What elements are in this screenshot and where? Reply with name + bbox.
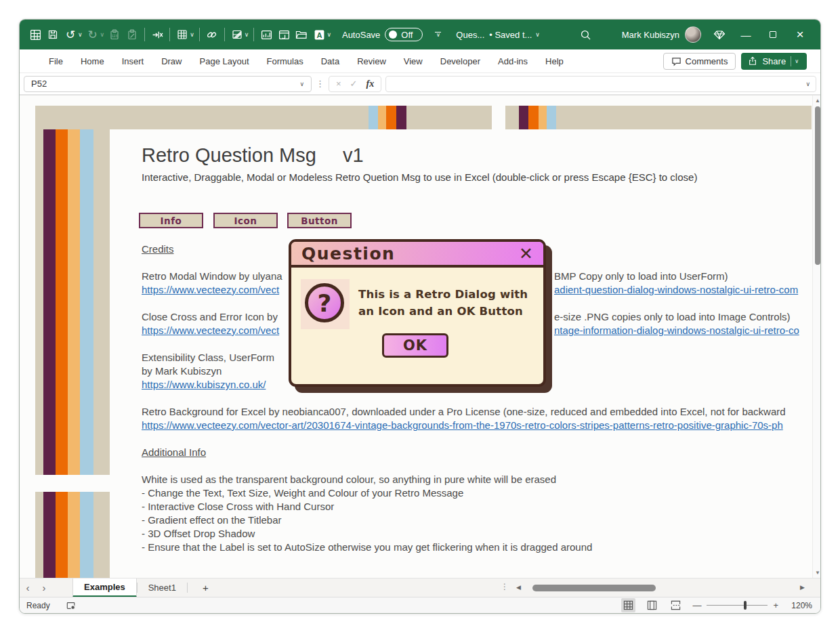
credit-link[interactable]: https://www.vecteezy.com/vector-art/2030… bbox=[142, 419, 783, 431]
sheet-grid-icon[interactable] bbox=[173, 24, 191, 45]
info-line: White is used as the transparent backgro… bbox=[142, 474, 556, 485]
user-name[interactable]: Mark Kubiszyn bbox=[622, 30, 679, 40]
gem-icon[interactable] bbox=[711, 24, 728, 45]
open-folder-icon[interactable] bbox=[293, 24, 310, 45]
page-layout-view-button[interactable] bbox=[645, 598, 659, 612]
tab-view[interactable]: View bbox=[395, 56, 432, 66]
ok-button[interactable]: OK bbox=[382, 333, 448, 358]
comments-button[interactable]: Comments bbox=[663, 53, 736, 70]
autosave-toggle[interactable]: Off bbox=[385, 28, 423, 41]
worksheet-area[interactable]: Retro Question Msg v1 Interactive, Dragg… bbox=[20, 96, 821, 578]
name-box[interactable]: P52 ∨ bbox=[24, 76, 312, 92]
page-break-view-button[interactable] bbox=[669, 598, 683, 612]
share-dropdown-icon: ∨ bbox=[795, 58, 799, 64]
maximize-button[interactable] bbox=[759, 20, 786, 49]
button-button[interactable]: Button bbox=[287, 213, 352, 228]
tab-data[interactable]: Data bbox=[312, 56, 348, 66]
credit-text: by Mark Kubiszyn bbox=[142, 365, 222, 377]
undo-icon[interactable]: ↺ bbox=[62, 24, 79, 45]
zoom-in-button[interactable]: + bbox=[773, 600, 778, 610]
switch-windows-icon[interactable] bbox=[275, 24, 293, 45]
version-label: v1 bbox=[343, 144, 364, 167]
minimize-button[interactable]: — bbox=[732, 20, 759, 49]
add-sheet-button[interactable]: + bbox=[188, 582, 224, 593]
credit-text: Retro Background for Excel by neobianca0… bbox=[142, 406, 786, 417]
sheet-tab-sheet1[interactable]: Sheet1 bbox=[138, 579, 187, 597]
tab-formulas[interactable]: Formulas bbox=[258, 56, 312, 66]
tab-file[interactable]: File bbox=[40, 56, 72, 66]
name-box-dropdown-icon[interactable]: ∨ bbox=[299, 81, 304, 87]
share-button[interactable]: Share ∨ bbox=[741, 53, 807, 70]
format-table-icon[interactable] bbox=[228, 24, 246, 45]
chart-image-icon[interactable] bbox=[257, 24, 275, 45]
info-line: - 3D Offset Drop Shadow bbox=[142, 528, 255, 539]
save-icon[interactable] bbox=[44, 24, 62, 45]
scroll-up-icon[interactable]: ▲ bbox=[813, 98, 821, 104]
tab-home[interactable]: Home bbox=[72, 56, 113, 66]
credit-link[interactable]: https://www.vecteezy.com/vect bbox=[142, 284, 279, 295]
zoom-slider-thumb[interactable] bbox=[744, 601, 747, 610]
delete-rows-icon[interactable] bbox=[148, 24, 166, 45]
formula-bar-handle-icon[interactable]: ⋮ bbox=[316, 79, 324, 89]
formula-input[interactable]: ∨ bbox=[385, 76, 816, 92]
credit-link[interactable]: https://www.vecteezy.com/vect bbox=[142, 324, 279, 336]
tab-draw[interactable]: Draw bbox=[152, 56, 190, 66]
dialog-title-bar[interactable]: Question ✕ bbox=[291, 242, 543, 268]
tab-page-layout[interactable]: Page Layout bbox=[191, 56, 258, 66]
avatar[interactable] bbox=[685, 26, 701, 43]
retro-stripe-block-bottom bbox=[35, 492, 110, 578]
tab-add-ins[interactable]: Add-ins bbox=[489, 56, 537, 66]
scroll-left-icon[interactable]: ◀ bbox=[516, 584, 521, 591]
dialog-close-icon[interactable]: ✕ bbox=[519, 245, 533, 262]
title-dropdown-icon: ∨ bbox=[535, 31, 540, 38]
horizontal-scrollbar-thumb[interactable] bbox=[532, 585, 656, 591]
zoom-level[interactable]: 120% bbox=[788, 601, 812, 610]
paste-format-icon bbox=[123, 24, 141, 45]
retro-band-left bbox=[35, 106, 492, 129]
zoom-out-button[interactable]: — bbox=[692, 600, 701, 610]
sheet-tab-examples[interactable]: Examples bbox=[72, 579, 137, 597]
tab-insert[interactable]: Insert bbox=[113, 56, 153, 66]
sheet-grid-dropdown-icon[interactable]: ∨ bbox=[190, 31, 194, 38]
link-icon[interactable] bbox=[203, 24, 221, 45]
autosave-label: AutoSave bbox=[342, 30, 380, 40]
excel-app-icon[interactable] bbox=[26, 24, 44, 45]
dialog-title: Question bbox=[301, 244, 395, 264]
credit-link[interactable]: ntage-information-dialog-windows-nostalg… bbox=[554, 324, 799, 336]
font-style-dropdown-icon[interactable]: ∨ bbox=[327, 31, 331, 38]
tab-developer[interactable]: Developer bbox=[432, 56, 489, 66]
sheet-tab-bar: ‹ › Examples Sheet1 + ⋮ ◀ ▶ bbox=[20, 578, 821, 597]
record-macro-icon[interactable] bbox=[66, 601, 76, 610]
tab-review[interactable]: Review bbox=[348, 56, 395, 66]
scrollbar-resize-handle-icon[interactable]: ⋮ bbox=[501, 582, 509, 591]
credit-link[interactable]: adient-question-dialog-windows-nostalgic… bbox=[554, 284, 798, 295]
scroll-down-icon[interactable]: ▼ bbox=[813, 570, 821, 576]
tab-help[interactable]: Help bbox=[537, 56, 572, 66]
zoom-slider[interactable] bbox=[707, 605, 768, 606]
document-title[interactable]: Ques... • Saved t... ∨ bbox=[456, 30, 541, 40]
ribbon-tab-bar: File Home Insert Draw Page Layout Formul… bbox=[20, 49, 820, 73]
credit-link[interactable]: https://www.kubiszyn.co.uk/ bbox=[142, 379, 266, 390]
additional-info-heading: Additional Info bbox=[142, 446, 206, 458]
close-button[interactable]: × bbox=[786, 20, 814, 49]
font-style-icon[interactable]: A bbox=[310, 24, 328, 45]
quick-access-options-icon[interactable]: ∨ bbox=[435, 32, 441, 38]
svg-text:123: 123 bbox=[112, 34, 118, 38]
format-table-dropdown-icon[interactable]: ∨ bbox=[245, 31, 249, 38]
credit-text: BMP Copy only to load into UserForm) bbox=[554, 270, 728, 282]
sheet-nav-next-icon[interactable]: › bbox=[36, 582, 52, 593]
retro-question-dialog[interactable]: Question ✕ ? This is a Retro Dialog with… bbox=[289, 239, 546, 387]
insert-function-icon[interactable]: fx bbox=[366, 79, 375, 89]
normal-view-button[interactable] bbox=[621, 598, 635, 612]
info-button[interactable]: Info bbox=[139, 213, 203, 228]
scroll-right-icon[interactable]: ▶ bbox=[800, 584, 805, 591]
undo-dropdown-icon[interactable]: ∨ bbox=[78, 31, 83, 38]
vertical-scrollbar[interactable]: ▲ ▼ bbox=[812, 96, 821, 578]
svg-text:A: A bbox=[316, 30, 322, 39]
sheet-nav-prev-icon[interactable]: ‹ bbox=[20, 582, 36, 593]
formula-bar-expand-icon[interactable]: ∨ bbox=[805, 81, 810, 87]
search-icon[interactable] bbox=[577, 24, 595, 45]
cancel-entry-icon: × bbox=[336, 79, 341, 89]
icon-button[interactable]: Icon bbox=[213, 213, 278, 228]
vertical-scrollbar-thumb[interactable] bbox=[815, 106, 820, 265]
